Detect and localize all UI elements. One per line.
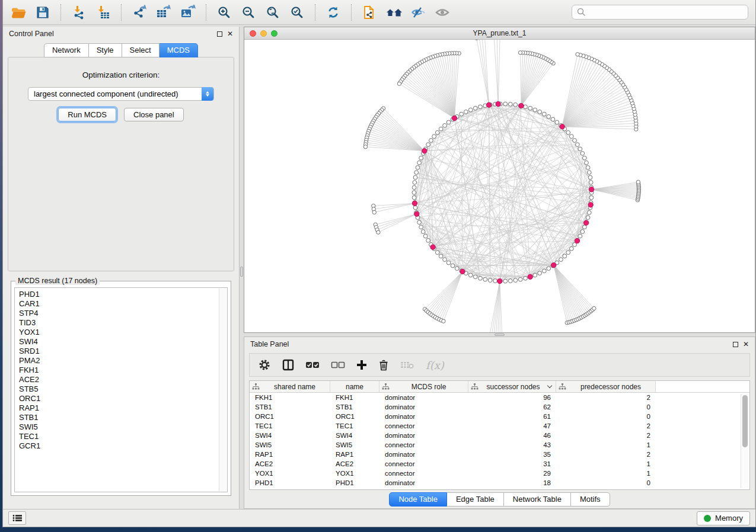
list-item[interactable]: YOX1 [19,328,227,337]
export-table-icon[interactable] [155,4,172,21]
ring-node[interactable] [455,267,459,271]
table-cell[interactable]: 1 [556,441,656,448]
ring-node[interactable] [538,110,542,114]
table-cell[interactable]: 18 [468,479,556,486]
table-cell[interactable]: dominator [379,413,468,420]
column-header-MCDS-role[interactable]: MCDS role [379,381,468,392]
dominator-node[interactable] [414,211,419,216]
table-cell[interactable]: SWI5 [250,441,330,448]
dominator-node[interactable] [422,149,427,153]
ring-node[interactable] [446,261,451,265]
table-cell[interactable]: 43 [468,441,556,448]
table-cell[interactable]: ORC1 [330,413,379,420]
close-panel-icon[interactable]: ✕ [743,341,749,348]
leaf-node[interactable] [442,319,445,323]
ring-node[interactable] [412,191,416,195]
leaf-node[interactable] [377,230,380,234]
ring-node[interactable] [413,175,417,180]
ring-node[interactable] [547,267,551,271]
ring-node[interactable] [417,220,422,225]
ring-node[interactable] [426,143,430,147]
horizontal-splitter[interactable] [244,333,755,336]
hide-selected-icon[interactable] [410,4,426,21]
table-cell[interactable]: FKH1 [250,394,330,401]
ring-node[interactable] [528,106,532,110]
table-cell[interactable]: SWI4 [250,432,330,439]
table-row[interactable]: PHD1PHD1dominator180 [250,478,749,488]
ring-node[interactable] [585,161,589,165]
ring-node[interactable] [419,225,423,229]
tab-edge-table[interactable]: Edge Table [447,492,504,507]
leaf-node[interactable] [397,82,401,85]
table-cell[interactable]: 35 [468,451,556,458]
ring-node[interactable] [589,196,594,200]
tab-motifs[interactable]: Motifs [571,492,610,507]
column-header-name[interactable]: name [330,381,379,392]
dominator-node[interactable] [460,269,465,274]
ring-node[interactable] [417,161,422,165]
table-cell[interactable]: 2 [556,422,656,430]
ring-node[interactable] [460,112,464,116]
ring-node[interactable] [414,171,419,175]
network-canvas[interactable] [244,40,755,332]
ring-node[interactable] [435,251,439,255]
table-cell[interactable]: dominator [379,432,468,439]
ring-node[interactable] [419,156,423,160]
duplicate-network-icon[interactable] [361,4,378,21]
ring-node[interactable] [473,275,477,279]
dominator-node[interactable] [551,262,556,267]
ring-node[interactable] [575,143,579,147]
ring-node[interactable] [587,171,591,175]
table-cell[interactable]: ACE2 [330,460,379,467]
ring-node[interactable] [589,181,593,185]
list-item[interactable]: STB5 [19,384,227,394]
ring-node[interactable] [421,230,425,234]
ring-node[interactable] [586,165,590,169]
list-item[interactable]: SRD1 [19,347,227,356]
tab-mcds[interactable]: MCDS [160,43,198,57]
scrollbar-thumb[interactable] [742,395,748,447]
ring-node[interactable] [551,117,555,121]
ring-node[interactable] [547,114,551,118]
list-item[interactable]: GCR1 [19,441,227,451]
ring-node[interactable] [580,230,585,234]
leaf-node[interactable] [592,306,596,310]
first-neighbors-icon[interactable] [385,4,402,21]
column-header-successor-nodes[interactable]: successor nodes [468,381,556,392]
ring-node[interactable] [555,120,559,124]
ring-node[interactable] [586,216,590,220]
table-cell[interactable]: 2 [556,451,656,458]
ring-node[interactable] [432,134,436,139]
ring-node[interactable] [508,279,512,283]
ring-node[interactable] [518,277,522,281]
ring-node[interactable] [569,134,573,139]
task-history-button[interactable] [8,511,26,525]
table-cell[interactable]: 46 [468,432,556,439]
ring-node[interactable] [443,123,447,127]
table-row[interactable]: STB1STB1dominator620 [250,402,749,412]
ring-node[interactable] [524,276,528,280]
show-columns-icon[interactable] [282,358,294,372]
delete-row-icon[interactable] [378,358,389,372]
table-cell[interactable]: YOX1 [250,470,330,477]
table-cell[interactable]: RAP1 [250,451,330,458]
list-item[interactable]: STB1 [19,413,227,422]
import-network-icon[interactable] [71,4,87,21]
ring-node[interactable] [508,102,512,106]
mcds-result-list[interactable]: PHD1CAR1STP4TID3YOX1SWI4SRD1PMA2FKH1ACE2… [14,287,228,492]
delete-table-icon[interactable] [400,358,414,372]
list-item[interactable]: ACE2 [19,375,227,384]
column-header-shared-name[interactable]: shared name [250,381,330,392]
dominator-node[interactable] [589,187,594,192]
table-cell[interactable]: TEC1 [330,422,379,430]
tab-style[interactable]: Style [89,43,122,57]
dominator-node[interactable] [486,102,491,107]
ring-node[interactable] [513,278,518,283]
table-cell[interactable]: connector [379,422,468,430]
table-cell[interactable]: RAP1 [330,451,379,458]
table-cell[interactable]: STB1 [330,403,379,411]
ring-node[interactable] [468,273,473,277]
dominator-node[interactable] [430,245,435,249]
ring-node[interactable] [423,234,428,238]
ring-node[interactable] [573,139,577,143]
